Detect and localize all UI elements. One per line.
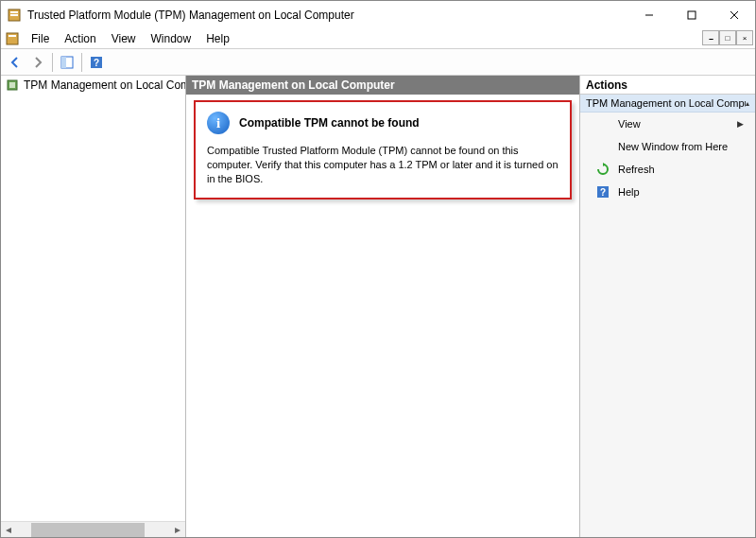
show-hide-tree-button[interactable] [57, 52, 77, 73]
app-icon [7, 8, 22, 23]
actions-group-label: TPM Management on Local Computer [586, 97, 746, 109]
action-help[interactable]: ? Help [580, 181, 755, 203]
tpm-icon [5, 78, 20, 93]
action-view[interactable]: View ▶ [580, 113, 755, 135]
svg-rect-14 [9, 82, 15, 88]
maximize-button[interactable] [670, 1, 713, 29]
action-new-window-label: New Window from Here [618, 141, 728, 152]
help-button[interactable]: ? [86, 52, 107, 73]
tree-horizontal-scrollbar[interactable]: ◂ ▸ [1, 521, 185, 537]
close-button[interactable] [713, 1, 755, 29]
content-pane: TPM Management on Local Computer i Compa… [186, 76, 579, 537]
content-header: TPM Management on Local Computer [186, 76, 579, 95]
toolbar: ? [1, 49, 755, 76]
tpm-not-found-box: i Compatible TPM cannot be found Compati… [194, 100, 572, 200]
menu-window[interactable]: Window [144, 30, 199, 47]
menu-action[interactable]: Action [57, 30, 103, 47]
toolbar-separator [52, 53, 53, 72]
actions-group-header[interactable]: TPM Management on Local Computer ▴ [580, 95, 755, 113]
help-icon: ? [595, 184, 610, 200]
svg-text:?: ? [94, 58, 99, 68]
title-bar: Trusted Platform Module (TPM) Management… [1, 1, 755, 29]
svg-rect-10 [61, 57, 66, 68]
action-help-label: Help [618, 186, 640, 198]
action-refresh[interactable]: Refresh [580, 158, 755, 181]
action-new-window[interactable]: New Window from Here [580, 135, 755, 158]
svg-rect-2 [10, 14, 18, 16]
menu-bar: File Action View Window Help ‒ □ × [1, 29, 755, 49]
mdi-close-button[interactable]: × [736, 30, 753, 45]
window-title: Trusted Platform Module (TPM) Management… [27, 9, 354, 22]
blank-icon [595, 139, 610, 154]
back-button[interactable] [5, 52, 26, 73]
action-view-label: View [618, 118, 641, 130]
info-text: Compatible Trusted Platform Module (TPM)… [207, 144, 558, 186]
blank-icon [595, 116, 610, 131]
mdi-restore-button[interactable]: □ [719, 30, 736, 45]
menu-view[interactable]: View [104, 30, 144, 47]
svg-rect-7 [7, 33, 18, 44]
svg-text:?: ? [600, 187, 606, 198]
mmc-icon [5, 31, 20, 46]
minimize-button[interactable] [627, 1, 670, 29]
chevron-right-icon: ▶ [737, 119, 747, 129]
svg-rect-1 [10, 11, 18, 13]
main-area: TPM Management on Local Comp ◂ ▸ TPM Man… [1, 76, 755, 537]
info-title: Compatible TPM cannot be found [239, 116, 420, 130]
tree-pane: TPM Management on Local Comp ◂ ▸ [1, 76, 186, 537]
action-refresh-label: Refresh [618, 164, 655, 175]
scroll-thumb[interactable] [31, 523, 145, 537]
svg-rect-8 [9, 35, 16, 37]
tree-root-item[interactable]: TPM Management on Local Comp [1, 76, 185, 95]
menu-help[interactable]: Help [198, 30, 237, 47]
refresh-icon [595, 162, 610, 177]
tree-root-label: TPM Management on Local Comp [24, 78, 185, 92]
actions-pane: Actions TPM Management on Local Computer… [579, 76, 755, 537]
mdi-minimize-button[interactable]: ‒ [702, 30, 719, 45]
scroll-right-arrow[interactable]: ▸ [170, 522, 185, 538]
info-icon: i [207, 112, 230, 134]
collapse-icon: ▴ [746, 99, 749, 108]
toolbar-separator [81, 53, 82, 72]
forward-button[interactable] [27, 52, 48, 73]
menu-file[interactable]: File [24, 30, 57, 47]
scroll-left-arrow[interactable]: ◂ [1, 522, 16, 538]
svg-rect-4 [688, 11, 696, 19]
content-body: i Compatible TPM cannot be found Compati… [186, 95, 579, 537]
actions-header: Actions [580, 76, 755, 95]
